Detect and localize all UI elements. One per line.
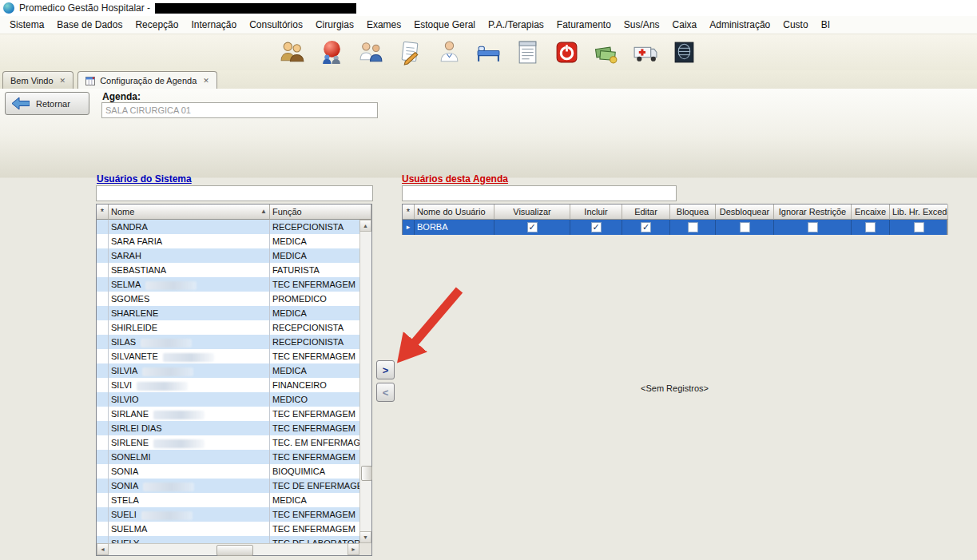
user-row[interactable]: SEBASTIANA FATURISTA — [97, 263, 359, 277]
medical-team-icon[interactable] — [356, 37, 387, 69]
indicator-column-header[interactable]: * — [97, 205, 109, 220]
column-header[interactable]: Lib. Hr. Excedent — [890, 205, 948, 220]
user-row[interactable]: SARAH MEDICA — [97, 248, 359, 263]
patients-group-icon[interactable] — [278, 37, 308, 69]
user-row[interactable]: SHIRLEIDE RECEPCIONISTA — [97, 320, 359, 335]
column-header[interactable]: Bloquea — [670, 205, 716, 220]
user-row[interactable]: SONIA BIOQUIMICA — [97, 464, 359, 479]
user-row[interactable]: SUELMA TEC ENFERMAGEM — [97, 522, 359, 536]
checkbox-checked[interactable]: ✓ — [591, 222, 602, 232]
doctor-icon[interactable] — [435, 37, 465, 69]
menu-item[interactable]: Exames — [360, 17, 407, 33]
row-indicator — [97, 479, 109, 493]
system-users-title[interactable]: Usuários do Sistema — [97, 173, 192, 185]
user-row[interactable]: SGOMES PROMEDICO — [97, 292, 359, 306]
agenda-user-row[interactable]: ▸ BORBA ✓✓✓ — [403, 220, 947, 235]
horizontal-scrollbar[interactable]: ◄ ► — [97, 543, 359, 555]
menu-item[interactable]: Sus/Ans — [618, 17, 666, 33]
agenda-name-field[interactable] — [101, 102, 378, 118]
column-header[interactable]: Encaixe — [852, 205, 890, 220]
menu-item[interactable]: Estoque Geral — [407, 17, 482, 33]
column-header[interactable]: Ignorar Restriçõe — [774, 205, 852, 220]
invoice-icon[interactable] — [513, 37, 543, 69]
add-user-button[interactable]: > — [376, 360, 395, 379]
user-row[interactable]: SONELMI TEC ENFERMAGEM — [97, 450, 359, 464]
menu-item[interactable]: P.A./Terapias — [482, 17, 550, 33]
user-row[interactable]: SILVANETE TEC ENFERMAGEM — [97, 349, 359, 363]
checkbox-unchecked[interactable] — [914, 222, 924, 232]
scroll-left-icon[interactable]: ◄ — [97, 543, 109, 555]
user-row[interactable]: SILAS RECEPCIONISTA — [97, 335, 359, 349]
menu-item[interactable]: Caixa — [666, 17, 704, 33]
menu-item[interactable]: Recepção — [129, 17, 185, 33]
column-header[interactable]: Editar — [622, 205, 670, 220]
column-header-nome[interactable]: Nome ▲ — [109, 205, 270, 220]
menu-item[interactable]: Internação — [185, 17, 243, 33]
user-role-cell: TEC. EM ENFERMAGEM — [270, 435, 359, 450]
scroll-down-icon[interactable]: ▼ — [359, 531, 371, 543]
hospital-bed-icon[interactable] — [474, 37, 504, 69]
user-row[interactable]: SUELY TEC DE LABORATORIO — [97, 536, 359, 543]
user-row[interactable]: SIRLANE TEC ENFERMAGEM — [97, 407, 359, 421]
user-row[interactable]: SELMA TEC ENFERMAGEM — [97, 277, 359, 292]
menu-item[interactable]: Cirurgias — [309, 17, 360, 33]
billing-icon[interactable] — [591, 37, 622, 69]
prescription-icon[interactable] — [395, 37, 426, 69]
column-header[interactable]: Visualizar — [494, 205, 570, 220]
system-users-search-input[interactable] — [96, 185, 373, 201]
tab-bem-vindo[interactable]: Bem Vindo ✕ — [2, 71, 73, 89]
user-role-cell: TEC ENFERMAGEM — [270, 421, 359, 435]
column-header[interactable]: Desbloquear — [716, 205, 774, 220]
user-row[interactable]: SARA FARIA MEDICA — [97, 234, 359, 248]
indicator-column-header[interactable]: * — [403, 205, 415, 220]
agenda-users-search-input[interactable] — [402, 185, 677, 201]
user-row[interactable]: SILVIO MEDICO — [97, 392, 359, 407]
tab-close-icon[interactable]: ✕ — [203, 77, 209, 85]
empty-records-text: <Sem Registros> — [402, 383, 947, 393]
user-row[interactable]: SONIA TEC DE ENFERMAGEM — [97, 479, 359, 493]
column-header-nome-do-usuario[interactable]: Nome do Usuário — [415, 205, 494, 220]
scroll-up-icon[interactable]: ▲ — [359, 220, 371, 232]
tab-configuracao-de-agenda[interactable]: Configuração de Agenda ✕ — [77, 71, 217, 89]
checkbox-unchecked[interactable] — [808, 222, 818, 232]
remove-user-button[interactable]: < — [376, 383, 395, 402]
agenda-users-title[interactable]: Usuários desta Agenda — [402, 173, 508, 185]
user-row[interactable]: SHARLENE MEDICA — [97, 306, 359, 320]
checkbox-checked[interactable]: ✓ — [641, 222, 651, 232]
checkbox-unchecked[interactable] — [865, 222, 876, 232]
user-role-cell: PROMEDICO — [270, 292, 359, 306]
user-row[interactable]: SIRLEI DIAS TEC ENFERMAGEM — [97, 421, 359, 435]
user-role-cell: FINANCEIRO — [270, 378, 359, 392]
online-contacts-icon[interactable] — [317, 37, 348, 69]
xray-icon[interactable] — [669, 37, 700, 69]
redaction-smudge — [143, 483, 194, 491]
column-header-funcao[interactable]: Função — [270, 205, 371, 220]
user-row[interactable]: SILVI FINANCEIRO — [97, 378, 359, 392]
menu-item[interactable]: Custo — [776, 17, 814, 33]
menu-item[interactable]: BI — [815, 17, 836, 33]
column-header[interactable]: Incluir — [570, 205, 622, 220]
checkbox-checked[interactable]: ✓ — [527, 222, 538, 232]
user-row[interactable]: SANDRA RECEPCIONISTA — [97, 220, 359, 234]
user-row[interactable]: SUELI TEC ENFERMAGEM — [97, 507, 359, 522]
row-indicator — [97, 292, 109, 306]
user-row[interactable]: SILVIA MEDICA — [97, 363, 359, 378]
checkbox-unchecked[interactable] — [740, 222, 750, 232]
tab-close-icon[interactable]: ✕ — [60, 77, 66, 85]
user-row[interactable]: SIRLENE TEC. EM ENFERMAGEM — [97, 435, 359, 450]
menu-item[interactable]: Base de Dados — [50, 17, 129, 33]
user-row[interactable]: STELA MEDICA — [97, 493, 359, 507]
checkbox-unchecked[interactable] — [688, 222, 698, 232]
vertical-scrollbar[interactable]: ▲ ▼ — [359, 220, 371, 543]
menu-item[interactable]: Sistema — [3, 17, 50, 33]
menu-item[interactable]: Faturamento — [550, 17, 618, 33]
emergency-icon[interactable] — [552, 37, 582, 69]
menu-item[interactable]: Consultórios — [243, 17, 309, 33]
scroll-right-icon[interactable]: ► — [348, 543, 359, 555]
return-button[interactable]: Retornar — [5, 92, 89, 115]
vertical-scroll-thumb[interactable] — [361, 466, 372, 481]
menu-item[interactable]: Administração — [703, 17, 776, 33]
ambulance-icon[interactable] — [630, 37, 661, 69]
row-indicator — [97, 464, 109, 479]
horizontal-scroll-thumb[interactable] — [216, 545, 253, 556]
